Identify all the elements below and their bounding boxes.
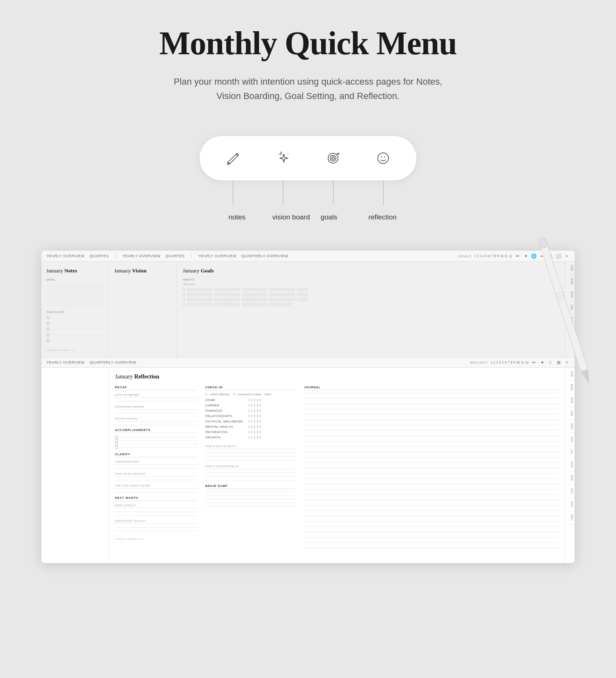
r3[interactable]: 3	[254, 404, 255, 407]
r5[interactable]: 5	[260, 425, 261, 428]
r4[interactable]: 4	[257, 399, 258, 401]
r1[interactable]: 1	[248, 420, 250, 423]
r5[interactable]: 5	[260, 399, 261, 401]
nav-quarterly[interactable]: QUARTERLY OVERVIEW	[241, 254, 288, 258]
r1[interactable]: 1	[248, 399, 250, 401]
goal-num-12[interactable]: 12	[509, 254, 512, 258]
icon-item-goals[interactable]	[322, 148, 344, 169]
grid-icon-b[interactable]: ⊞	[556, 360, 561, 365]
r3[interactable]: 3	[254, 420, 255, 423]
svg-point-3	[330, 155, 336, 161]
r5[interactable]: 5	[260, 431, 261, 434]
rn-9[interactable]: 9	[513, 361, 515, 364]
rn-3[interactable]: 3	[496, 361, 498, 364]
goal-num-2[interactable]: 2	[477, 254, 478, 258]
nav-yearly-3[interactable]: YEARLY OVERVIEW	[198, 254, 237, 258]
rtab-apr[interactable]: APR	[565, 394, 575, 407]
rn-12[interactable]: 12	[525, 361, 529, 364]
r2[interactable]: 2	[251, 409, 253, 412]
rn-5[interactable]: 5	[502, 361, 503, 364]
icon-item-reflection[interactable]	[372, 148, 394, 169]
r2[interactable]: 2	[251, 425, 253, 428]
r3[interactable]: 3	[254, 436, 255, 439]
rtab-nov[interactable]: NOV	[565, 498, 575, 512]
bottom-nav-yearly[interactable]: YEARLY OVERVIEW	[46, 360, 85, 364]
r2[interactable]: 2	[251, 399, 253, 401]
rn-4[interactable]: 4	[499, 361, 501, 364]
r3[interactable]: 3	[254, 415, 255, 417]
nav-yearly-1[interactable]: YEARLY OVERVIEW	[46, 254, 85, 258]
r4[interactable]: 4	[257, 425, 258, 428]
goal-num-7[interactable]: 7	[491, 254, 493, 258]
goal-num-4[interactable]: 4	[483, 254, 484, 258]
r4[interactable]: 4	[257, 404, 258, 407]
icon-item-notes[interactable]	[222, 148, 244, 169]
cursor-icon-b[interactable]: ✦	[539, 360, 545, 365]
field-line	[205, 503, 296, 503]
r4[interactable]: 4	[257, 415, 258, 417]
checkin-header: CHECK-IN	[205, 386, 296, 390]
rtab-dec[interactable]: DEC	[565, 511, 575, 524]
rtab-sep[interactable]: SEP	[565, 472, 575, 485]
r1[interactable]: 1	[248, 431, 250, 434]
r4[interactable]: 4	[257, 436, 258, 439]
nav-quartes-2[interactable]: QUARTES	[165, 254, 185, 258]
goal-num-1[interactable]: 1	[474, 254, 476, 258]
r5[interactable]: 5	[260, 404, 261, 407]
nav-yearly-2[interactable]: YEARLY OVERVIEW	[122, 254, 161, 258]
r1[interactable]: 1	[248, 404, 250, 407]
r3[interactable]: 3	[254, 425, 255, 428]
r5[interactable]: 5	[260, 409, 261, 412]
r4[interactable]: 4	[257, 431, 258, 434]
cursor-icon[interactable]: ✦	[523, 253, 529, 259]
r1[interactable]: 1	[248, 436, 250, 439]
r1[interactable]: 1	[248, 425, 250, 428]
rn-2[interactable]: 2	[493, 361, 495, 364]
field-line	[115, 488, 197, 489]
rn-11[interactable]: 11	[521, 361, 524, 364]
r2[interactable]: 2	[251, 431, 253, 434]
r3[interactable]: 3	[254, 399, 255, 401]
rtab-aug[interactable]: AUG	[565, 458, 575, 472]
field-line	[115, 401, 197, 401]
vision-box-3	[114, 324, 172, 345]
star-icon-b[interactable]: ☆	[547, 360, 553, 365]
rtab-jul[interactable]: JUL	[565, 446, 575, 458]
rn-7[interactable]: 7	[508, 361, 509, 364]
goal-num-8[interactable]: 8	[494, 254, 496, 258]
r2[interactable]: 2	[251, 404, 253, 407]
rtab-oct[interactable]: OCT	[565, 485, 575, 498]
rtab-may[interactable]: MAY	[565, 420, 575, 433]
r1[interactable]: 1	[248, 415, 250, 417]
nav-quartes-1[interactable]: QUARTES	[90, 254, 109, 258]
goal-num-11[interactable]: 11	[504, 254, 508, 258]
r2[interactable]: 2	[251, 415, 253, 417]
r4[interactable]: 4	[257, 420, 258, 423]
goal-num-5[interactable]: 5	[485, 254, 487, 258]
rn-1[interactable]: 1	[490, 361, 492, 364]
edit-icon-b[interactable]: ✏	[531, 360, 537, 365]
rtab-jan[interactable]: JAN	[565, 407, 575, 420]
r5[interactable]: 5	[260, 436, 261, 439]
rn-8[interactable]: 8	[510, 361, 512, 364]
rn-6[interactable]: 6	[505, 361, 506, 364]
icon-item-vision[interactable]: + +	[272, 148, 294, 169]
r5[interactable]: 5	[260, 415, 261, 417]
r3[interactable]: 3	[254, 431, 255, 434]
rn-10[interactable]: 10	[516, 361, 519, 364]
r5[interactable]: 5	[260, 420, 261, 423]
rtab-jun[interactable]: JUN	[565, 433, 575, 446]
r1[interactable]: 1	[248, 409, 250, 412]
goal-num-10[interactable]: 10	[500, 254, 503, 258]
bottom-nav-quarterly[interactable]: QUARTERLY OVERVIEW	[90, 360, 136, 364]
goal-num-6[interactable]: 6	[488, 254, 490, 258]
goal-num-3[interactable]: 3	[480, 254, 481, 258]
edit-icon[interactable]: ✏	[515, 253, 520, 259]
r4[interactable]: 4	[257, 409, 258, 412]
goal-num-9[interactable]: 9	[497, 254, 499, 258]
r3[interactable]: 3	[254, 409, 255, 412]
hc	[218, 293, 221, 296]
r2[interactable]: 2	[251, 420, 253, 423]
r2[interactable]: 2	[251, 436, 253, 439]
hc	[257, 293, 260, 296]
